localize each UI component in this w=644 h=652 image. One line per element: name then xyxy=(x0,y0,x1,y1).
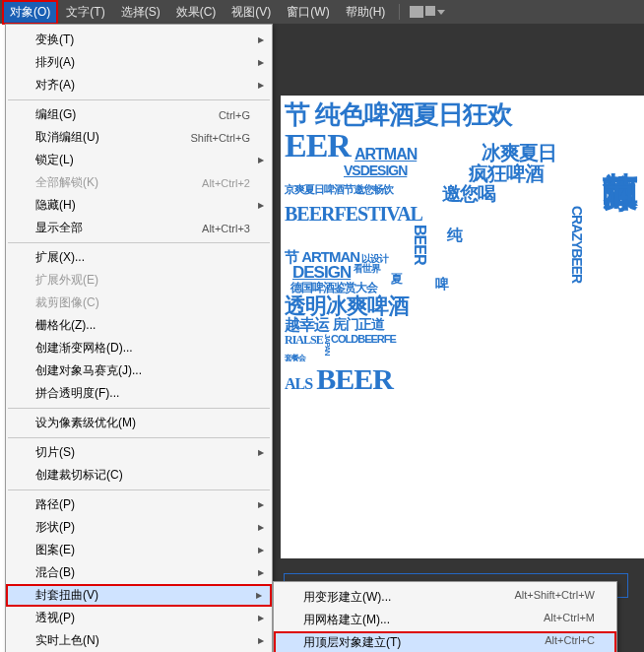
menu-item[interactable]: 图案(E) xyxy=(6,539,272,561)
menubar-separator xyxy=(399,4,400,20)
menu-item-label: 切片(S) xyxy=(35,444,250,461)
menu-view[interactable]: 视图(V) xyxy=(224,0,279,25)
art-text: 邀您喝 xyxy=(442,184,495,204)
artwork-text-collage: 节 纯色啤酒夏日狂欢 EER ARTMAN 冰爽啤酒节 冰爽夏日 VSDESIG… xyxy=(281,96,644,558)
submenu-item[interactable]: 用顶层对象建立(T)Alt+Ctrl+C xyxy=(274,631,616,652)
menu-item[interactable]: 透视(P) xyxy=(6,607,272,629)
submenu-item[interactable]: 用变形建立(W)...Alt+Shift+Ctrl+W xyxy=(274,586,616,609)
submenu-item-shortcut: Alt+Shift+Ctrl+W xyxy=(514,589,595,606)
menu-item-label: 裁剪图像(C) xyxy=(35,294,250,311)
object-menu-dropdown: 变换(T)排列(A)对齐(A)编组(G)Ctrl+G取消编组(U)Shift+C… xyxy=(5,24,273,652)
submenu-item-label: 用网格建立(M)... xyxy=(303,612,390,628)
submenu-item[interactable]: 用网格建立(M)...Alt+Ctrl+M xyxy=(274,609,616,631)
menu-item-label: 设为像素级优化(M) xyxy=(35,415,250,431)
menu-type[interactable]: 文字(T) xyxy=(58,0,112,25)
menu-item-label: 扩展外观(E) xyxy=(35,272,250,289)
menu-item-label: 封套扭曲(V) xyxy=(35,587,250,604)
menu-item-label: 编组(G) xyxy=(35,106,219,123)
menu-item-label: 锁定(L) xyxy=(35,152,250,168)
art-text: CRAZYBEER xyxy=(569,206,584,383)
workspace-switcher[interactable] xyxy=(410,6,445,18)
menu-item[interactable]: 路径(P) xyxy=(6,493,272,516)
menu-item-label: 图案(E) xyxy=(35,542,250,558)
art-text: BEERFESTIVAL xyxy=(285,204,422,225)
menu-item[interactable]: 实时上色(N) xyxy=(6,629,272,652)
menu-item-label: 透视(P) xyxy=(35,610,250,626)
menu-item[interactable]: 隐藏(H) xyxy=(6,194,272,217)
art-text: EER xyxy=(285,128,351,163)
menu-item-label: 对齐(A) xyxy=(35,77,250,94)
menu-item[interactable]: 扩展(X)... xyxy=(6,246,272,269)
menu-item-shortcut: Alt+Ctrl+2 xyxy=(202,177,250,189)
envelope-distort-submenu: 用变形建立(W)...Alt+Shift+Ctrl+W用网格建立(M)...Al… xyxy=(273,581,617,652)
canvas-artboard[interactable]: 节 纯色啤酒夏日狂欢 EER ARTMAN 冰爽啤酒节 冰爽夏日 VSDESIG… xyxy=(281,96,644,558)
art-text: ARTMAN xyxy=(354,147,417,163)
menu-item-shortcut: Shift+Ctrl+G xyxy=(190,132,250,144)
art-text: 套餐会 xyxy=(285,355,305,362)
menu-item: 裁剪图像(C) xyxy=(6,292,272,314)
menu-item-label: 排列(A) xyxy=(35,54,250,71)
art-text: 节 纯色啤酒夏日狂欢 xyxy=(285,101,641,128)
menu-help[interactable]: 帮助(H) xyxy=(338,0,394,25)
menu-item-label: 拼合透明度(F)... xyxy=(35,385,250,402)
menu-item[interactable]: 锁定(L) xyxy=(6,149,272,171)
submenu-item-shortcut: Alt+Ctrl+M xyxy=(544,612,595,628)
menu-item-shortcut: Ctrl+G xyxy=(219,109,250,121)
menu-item[interactable]: 创建对象马赛克(J)... xyxy=(6,359,272,382)
menu-item[interactable]: 创建裁切标记(C) xyxy=(6,464,272,487)
menu-item[interactable]: 切片(S) xyxy=(6,441,272,464)
menubar: 对象(O) 文字(T) 选择(S) 效果(C) 视图(V) 窗口(W) 帮助(H… xyxy=(0,0,644,24)
menu-item-label: 取消编组(U) xyxy=(35,129,190,146)
art-text: 庑门正道 xyxy=(333,317,384,334)
menu-item[interactable]: 显示全部Alt+Ctrl+3 xyxy=(6,217,272,239)
menu-item[interactable]: 创建渐变网格(D)... xyxy=(6,337,272,359)
art-text: 越幸运 xyxy=(285,317,329,334)
menu-separator xyxy=(8,99,270,100)
art-text: BEER xyxy=(411,225,427,264)
menu-item[interactable]: 拼合透明度(F)... xyxy=(6,382,272,405)
menu-item-label: 路径(P) xyxy=(35,496,250,513)
menu-separator xyxy=(8,408,270,409)
menu-item-label: 栅格化(Z)... xyxy=(35,317,250,334)
art-text: 京爽夏日啤酒节邀您畅饮 xyxy=(285,184,393,204)
menu-item-label: 创建渐变网格(D)... xyxy=(35,340,250,357)
menu-item[interactable]: 封套扭曲(V) xyxy=(6,584,272,607)
layout-icon xyxy=(425,6,435,16)
submenu-item-shortcut: Alt+Ctrl+C xyxy=(545,634,595,651)
menu-item-label: 创建对象马赛克(J)... xyxy=(35,362,250,379)
menu-item[interactable]: 混合(B) xyxy=(6,561,272,584)
menu-item[interactable]: 编组(G)Ctrl+G xyxy=(6,103,272,126)
submenu-item-label: 用顶层对象建立(T) xyxy=(303,634,401,651)
menu-item-label: 显示全部 xyxy=(35,220,202,236)
menu-item-label: 全部解锁(K) xyxy=(35,174,202,191)
menu-item[interactable]: 栅格化(Z)... xyxy=(6,314,272,337)
art-text: RIALSE xyxy=(285,334,323,356)
menu-select[interactable]: 选择(S) xyxy=(113,0,168,25)
menu-item-shortcut: Alt+Ctrl+3 xyxy=(202,223,250,234)
menu-item: 扩展外观(E) xyxy=(6,269,272,292)
menu-item-label: 隐藏(H) xyxy=(35,197,250,214)
menu-item-label: 形状(P) xyxy=(35,519,250,536)
art-text: 透明冰爽啤酒 xyxy=(285,294,641,317)
layout-icon xyxy=(410,6,423,18)
art-text: 冰爽夏日 xyxy=(482,143,556,163)
menu-item[interactable]: 排列(A) xyxy=(6,51,272,74)
menu-item[interactable]: 取消编组(U)Shift+Ctrl+G xyxy=(6,126,272,149)
menu-item[interactable]: 变换(T) xyxy=(6,29,272,51)
menu-item[interactable]: 设为像素级优化(M) xyxy=(6,412,272,434)
menu-window[interactable]: 窗口(W) xyxy=(279,0,337,25)
menu-item[interactable]: 形状(P) xyxy=(6,516,272,539)
menu-item-label: 混合(B) xyxy=(35,564,250,581)
menu-separator xyxy=(8,242,270,243)
menu-object[interactable]: 对象(O) xyxy=(2,0,58,25)
art-text: BEER xyxy=(316,363,393,395)
art-text: 看世界 xyxy=(354,264,380,282)
menu-effect[interactable]: 效果(C) xyxy=(168,0,225,25)
art-text: VSDESIGN xyxy=(344,163,407,184)
menu-item[interactable]: 对齐(A) xyxy=(6,74,272,97)
art-text: 疯狂啤酒 xyxy=(469,163,544,184)
menu-item-label: 变换(T) xyxy=(35,32,250,48)
menu-item-label: 实时上色(N) xyxy=(35,632,250,649)
menu-item-label: 扩展(X)... xyxy=(35,249,250,266)
art-text: JAPAN xyxy=(323,334,331,356)
